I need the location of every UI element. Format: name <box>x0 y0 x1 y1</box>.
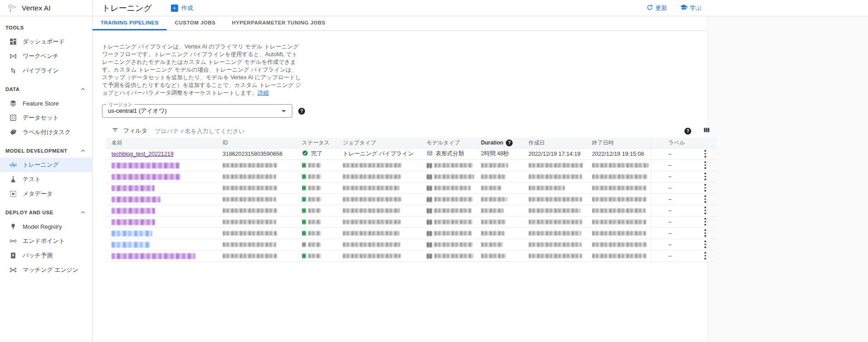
table-row-redacted: – <box>106 171 717 182</box>
learn-button[interactable]: 学ぶ <box>680 4 702 13</box>
pipeline-name-redacted[interactable] <box>106 216 223 227</box>
page-header: トレーニング 作成 更新 学ぶ <box>92 0 868 16</box>
region-select[interactable]: リージョン us-central1 (アイオワ) <box>102 104 292 118</box>
duration-help-icon[interactable]: ? <box>506 140 513 146</box>
learn-label: 学ぶ <box>690 4 702 12</box>
row-actions-kebab[interactable] <box>700 194 710 204</box>
pipeline-name-redacted[interactable] <box>106 205 223 216</box>
sidebar-item-batch-predictions[interactable]: バッチ予測 <box>0 248 92 263</box>
col-ended[interactable]: 終了日時 <box>592 138 651 148</box>
vertex-ai-logo-icon <box>7 3 17 13</box>
row-actions-kebab[interactable] <box>700 149 710 159</box>
sidebar-item-feature-store[interactable]: Feature Store <box>0 96 92 111</box>
pipeline-name-redacted[interactable] <box>106 182 223 193</box>
dropdown-caret-icon <box>281 110 286 112</box>
row-actions-kebab[interactable] <box>700 240 710 250</box>
workbench-icon <box>9 52 17 60</box>
sidebar-item-label: マッチング エンジン <box>23 266 78 274</box>
row-actions-kebab[interactable] <box>700 160 710 170</box>
sidebar-item-dashboard[interactable]: ダッシュボード <box>0 34 92 49</box>
pipeline-name-redacted[interactable] <box>106 171 223 182</box>
pipeline-created-redacted <box>529 171 592 182</box>
training-icon <box>9 161 17 169</box>
row-actions-kebab[interactable] <box>700 183 710 193</box>
graduation-cap-icon <box>680 4 688 13</box>
col-created[interactable]: 作成日 <box>529 138 592 148</box>
pipeline-name-redacted[interactable] <box>106 193 223 205</box>
pipeline-labels-redacted: – <box>651 193 694 205</box>
pipeline-model-type-redacted <box>427 193 481 205</box>
status-text-redacted <box>308 231 321 236</box>
sidebar-item-datasets[interactable]: データセット <box>0 111 92 125</box>
row-actions-kebab[interactable] <box>700 251 710 261</box>
pipeline-status-redacted <box>302 182 343 193</box>
dashboard-icon <box>9 38 17 46</box>
feature-store-icon <box>9 99 17 107</box>
section-title: DATA <box>5 87 19 92</box>
pipeline-name-redacted[interactable] <box>106 239 223 250</box>
region-help-icon[interactable]: ? <box>298 108 305 115</box>
pipeline-name-link[interactable]: techblog_test_20221219 <box>112 151 174 157</box>
pipeline-created-redacted <box>529 193 592 205</box>
col-status[interactable]: ステータス <box>302 138 343 148</box>
sidebar-item-label: ラベル付けタスク <box>23 128 71 136</box>
chevron-up-icon[interactable] <box>80 210 86 215</box>
pipeline-status-redacted <box>302 159 343 171</box>
sidebar-item-training[interactable]: トレーニング <box>0 158 92 172</box>
learn-more-link[interactable]: 詳細 <box>257 90 269 96</box>
model-type-icon-redacted <box>427 242 432 247</box>
sidebar-item-label: パイプライン <box>23 67 59 75</box>
pipeline-labels-redacted: – <box>651 159 694 171</box>
col-job-type[interactable]: ジョブタイプ <box>343 138 427 148</box>
content-region: TRAINING PIPELINES CUSTOM JOBS HYPERPARA… <box>92 16 868 342</box>
sidebar-item-label: Model Registry <box>23 223 62 230</box>
region-select-label: リージョン <box>107 101 134 108</box>
filter-help-icon[interactable]: ? <box>684 128 691 135</box>
sidebar-item-pipelines[interactable]: パイプライン <box>0 63 92 78</box>
pipeline-labels-redacted: – <box>651 239 694 250</box>
pipeline-status-redacted <box>302 171 343 182</box>
chevron-up-icon[interactable] <box>80 148 86 154</box>
sidebar-item-model-registry[interactable]: Model Registry <box>0 219 92 234</box>
row-actions-kebab[interactable] <box>700 228 710 238</box>
pipeline-name-redacted[interactable] <box>106 159 223 171</box>
pipeline-name-redacted[interactable] <box>106 227 223 239</box>
sidebar-item-labeling-tasks[interactable]: ラベル付けタスク <box>0 125 92 140</box>
pipeline-job-type-redacted <box>343 171 427 182</box>
col-duration[interactable]: Duration? <box>481 138 529 148</box>
chevron-up-icon[interactable] <box>80 87 86 92</box>
sidebar-item-endpoints[interactable]: エンドポイント <box>0 234 92 248</box>
pipeline-name-redacted[interactable] <box>106 250 223 261</box>
training-pipelines-table: 名前 ID ステータス ジョブタイプ モデルタイプ Duration? 作成日 … <box>106 138 717 262</box>
tab-training-pipelines[interactable]: TRAINING PIPELINES <box>92 16 167 30</box>
row-actions-kebab[interactable] <box>700 217 710 227</box>
pipeline-model-type-redacted <box>427 250 481 261</box>
tab-custom-jobs[interactable]: CUSTOM JOBS <box>167 16 224 30</box>
table-row-redacted: – <box>106 159 717 171</box>
pipeline-status-redacted <box>302 250 343 261</box>
tab-hyperparameter-tuning-jobs[interactable]: HYPERPARAMETER TUNING JOBS <box>224 16 334 30</box>
col-id[interactable]: ID <box>223 138 302 148</box>
refresh-button[interactable]: 更新 <box>646 4 667 12</box>
labeling-tasks-icon <box>9 128 17 136</box>
sidebar-item-experiments[interactable]: テスト <box>0 172 92 187</box>
column-display-icon[interactable] <box>703 126 710 135</box>
table-grid-icon <box>427 150 433 156</box>
sidebar-item-matching-engine[interactable]: マッチング エンジン <box>0 263 92 277</box>
create-button[interactable]: 作成 <box>171 4 193 12</box>
col-labels[interactable]: ラベル <box>651 138 694 148</box>
sidebar-item-workbench[interactable]: ワークベンチ <box>0 49 92 63</box>
row-actions-kebab[interactable] <box>700 206 710 216</box>
sidebar-item-label: テスト <box>23 175 41 183</box>
row-actions-kebab[interactable] <box>700 172 710 182</box>
filter-input[interactable] <box>155 128 684 135</box>
flask-icon <box>9 175 17 183</box>
pipeline-status: 完了 <box>302 148 343 159</box>
pipeline-duration-redacted <box>481 171 529 182</box>
sidebar-item-metadata[interactable]: メタデータ <box>0 187 92 201</box>
col-model-type[interactable]: モデルタイプ <box>427 138 481 148</box>
pipeline-duration-redacted <box>481 239 529 250</box>
pipeline-ended-redacted <box>592 171 651 182</box>
col-name[interactable]: 名前 <box>106 138 223 148</box>
pipeline-labels-redacted: – <box>651 205 694 216</box>
